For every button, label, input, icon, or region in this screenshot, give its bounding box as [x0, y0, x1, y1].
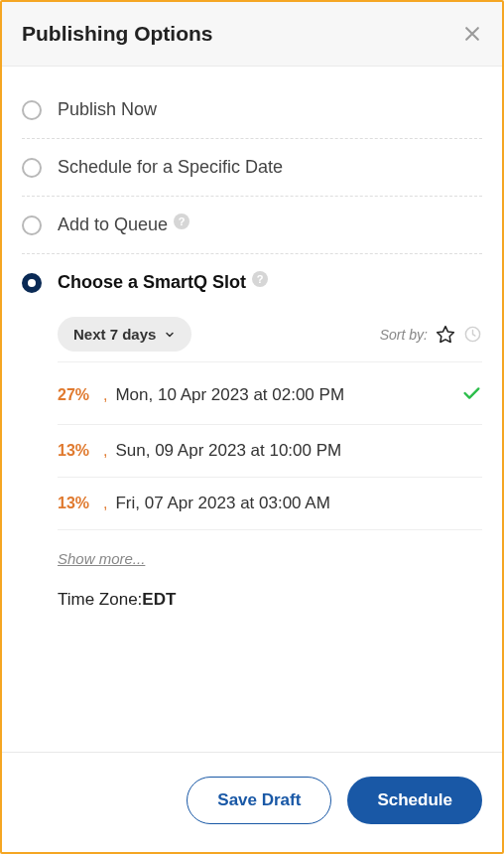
- option-label: Schedule for a Specific Date: [58, 157, 283, 178]
- close-button[interactable]: [462, 24, 482, 44]
- chevron-down-icon: [164, 329, 176, 341]
- range-dropdown[interactable]: Next 7 days: [58, 317, 191, 352]
- option-smartq[interactable]: Choose a SmartQ Slot ?: [22, 254, 482, 311]
- smartq-controls: Next 7 days Sort by:: [58, 317, 482, 362]
- dialog-footer: Save Draft Schedule: [2, 752, 502, 852]
- save-draft-button[interactable]: Save Draft: [187, 777, 331, 824]
- star-icon: [436, 325, 455, 345]
- timezone-label: Time Zone:: [58, 590, 142, 609]
- schedule-button[interactable]: Schedule: [347, 777, 482, 824]
- option-schedule-date[interactable]: Schedule for a Specific Date: [22, 139, 482, 197]
- smartq-slot[interactable]: 27% , Mon, 10 Apr 2023 at 02:00 PM: [58, 366, 482, 425]
- option-label: Choose a SmartQ Slot: [58, 272, 246, 293]
- radio-unselected-icon: [22, 158, 42, 178]
- radio-unselected-icon: [22, 215, 42, 235]
- smartq-slot[interactable]: 13% , Sun, 09 Apr 2023 at 10:00 PM: [58, 425, 482, 478]
- smartq-panel: Next 7 days Sort by: 27% , Mon, 10 Apr 2…: [58, 317, 482, 610]
- slot-separator: ,: [103, 386, 107, 404]
- clock-icon: [463, 325, 482, 344]
- slot-percentage: 13%: [58, 495, 109, 512]
- timezone-value: EDT: [142, 590, 176, 609]
- slot-date: Mon, 10 Apr 2023 at 02:00 PM: [115, 385, 344, 405]
- dialog-content: Publish Now Schedule for a Specific Date…: [2, 67, 502, 752]
- sort-group: Sort by:: [380, 325, 482, 345]
- page-title: Publishing Options: [22, 22, 213, 46]
- option-add-to-queue[interactable]: Add to Queue ?: [22, 197, 482, 254]
- show-more: Show more...: [58, 550, 482, 568]
- show-more-link[interactable]: Show more...: [58, 550, 145, 567]
- slot-percentage: 27%: [58, 386, 109, 404]
- help-icon[interactable]: ?: [252, 271, 268, 287]
- radio-selected-icon: [22, 273, 42, 293]
- slot-selected-check: [460, 382, 482, 408]
- smartq-slot[interactable]: 13% , Fri, 07 Apr 2023 at 03:00 AM: [58, 478, 482, 530]
- sort-by-rating-button[interactable]: [436, 325, 455, 345]
- sort-by-label: Sort by:: [380, 327, 428, 343]
- radio-unselected-icon: [22, 100, 42, 120]
- check-icon: [460, 382, 482, 404]
- dialog-header: Publishing Options: [2, 2, 502, 67]
- timezone: Time Zone:EDT: [58, 590, 482, 610]
- option-label: Add to Queue: [58, 214, 168, 235]
- slot-date: Fri, 07 Apr 2023 at 03:00 AM: [115, 494, 329, 513]
- slot-percentage: 13%: [58, 442, 109, 460]
- slot-separator: ,: [103, 442, 107, 460]
- slot-date: Sun, 09 Apr 2023 at 10:00 PM: [115, 441, 341, 461]
- option-publish-now[interactable]: Publish Now: [22, 81, 482, 139]
- option-label: Publish Now: [58, 99, 157, 120]
- close-icon: [462, 24, 482, 44]
- range-label: Next 7 days: [73, 326, 156, 343]
- help-icon[interactable]: ?: [174, 214, 189, 229]
- slot-separator: ,: [103, 495, 107, 512]
- sort-by-time-button[interactable]: [463, 325, 482, 344]
